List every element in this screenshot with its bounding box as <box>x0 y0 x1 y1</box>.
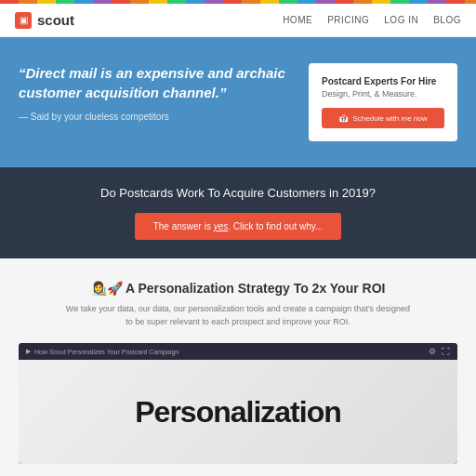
logo-icon: ▣ <box>15 12 32 29</box>
hero-text: “Direct mail is an expensive and archaic… <box>19 63 294 122</box>
answer-button[interactable]: The answer is yes. Click to find out why… <box>135 213 342 240</box>
dark-band: Do Postcards Work To Acquire Customers i… <box>0 167 476 258</box>
personalization-section: 👩‍🎨🚀 A Personalization Strategy To 2x Yo… <box>0 258 476 476</box>
nav-home[interactable]: HOME <box>283 15 312 25</box>
video-body: Personalization <box>19 360 457 464</box>
nav-blog[interactable]: BLOG <box>433 15 461 25</box>
play-icon: ▶ <box>26 348 31 355</box>
dark-band-question: Do Postcards Work To Acquire Customers i… <box>19 186 457 200</box>
personalization-title: 👩‍🎨🚀 A Personalization Strategy To 2x Yo… <box>19 281 457 296</box>
logo-area[interactable]: ▣ scout <box>15 12 74 29</box>
fullscreen-icon: ⛶ <box>442 347 450 356</box>
schedule-button[interactable]: 📅 Schedule with me now <box>322 108 444 128</box>
main-nav: ▣ scout HOME PRICING LOG IN BLOG <box>0 4 476 37</box>
nav-links: HOME PRICING LOG IN BLOG <box>283 15 461 25</box>
hero-section: “Direct mail is an expensive and archaic… <box>0 37 476 167</box>
nav-pricing[interactable]: PRICING <box>327 15 369 25</box>
hero-card-subtitle: Design, Print, & Measure. <box>322 89 444 99</box>
video-big-text: Personalization <box>135 395 341 430</box>
btn-suffix: . Click to find out why... <box>228 221 323 231</box>
schedule-label: Schedule with me now <box>352 114 427 123</box>
video-controls: ⚙ ⛶ <box>429 347 450 356</box>
nav-login[interactable]: LOG IN <box>384 15 418 25</box>
hero-card-title: Postcard Experts For Hire <box>322 76 444 86</box>
video-topbar-label: ▶ How Scout Personalizes Your Postcard C… <box>26 348 178 355</box>
hero-quote: “Direct mail is an expensive and archaic… <box>19 63 294 102</box>
settings-icon: ⚙ <box>429 347 436 356</box>
btn-yes: yes <box>214 221 229 231</box>
btn-prefix: The answer is <box>153 221 214 231</box>
calendar-icon: 📅 <box>338 113 349 123</box>
logo-text: scout <box>37 12 74 28</box>
personalization-subtitle: We take your data, our data, our persona… <box>61 303 415 328</box>
video-thumbnail[interactable]: ▶ How Scout Personalizes Your Postcard C… <box>19 343 457 464</box>
hero-attribution: — Said by your clueless competitors <box>19 112 294 122</box>
video-topbar: ▶ How Scout Personalizes Your Postcard C… <box>19 343 457 360</box>
hero-card: Postcard Experts For Hire Design, Print,… <box>309 63 457 141</box>
